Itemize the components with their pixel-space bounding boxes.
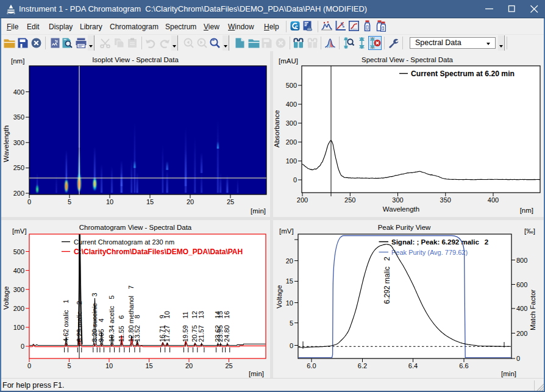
svg-text:23.95 15: 23.95 15 [216, 311, 224, 342]
svg-text:20: 20 [286, 257, 293, 265]
svg-text:10: 10 [106, 198, 113, 205]
svg-text:0: 0 [516, 355, 520, 362]
svg-text:400: 400 [13, 88, 24, 96]
svg-text:500: 500 [286, 82, 297, 89]
svg-text:24.80 16: 24.80 16 [223, 311, 230, 342]
svg-text:19.59 11: 19.59 11 [182, 312, 189, 342]
svg-text:17.27 10: 17.27 10 [163, 311, 171, 342]
svg-text:C:\ClarityChrom\DataFiles\DEMO: C:\ClarityChrom\DataFiles\DEMO_PDA\Data\… [74, 248, 243, 256]
svg-text:Match Factor: Match Factor [529, 290, 536, 330]
svg-text:5: 5 [68, 198, 71, 205]
svg-text:0: 0 [21, 343, 24, 350]
svg-text:25: 25 [225, 362, 232, 369]
svg-text:13.52 8: 13.52 8 [134, 315, 141, 342]
svg-text:100: 100 [13, 324, 24, 331]
svg-text:400: 400 [516, 305, 527, 312]
svg-text:200: 200 [13, 190, 24, 197]
svg-text:[min]: [min] [501, 370, 516, 377]
svg-text:0: 0 [293, 176, 297, 184]
svg-text:100: 100 [286, 157, 297, 165]
svg-text:[mAU]: [mAU] [279, 57, 298, 65]
svg-text:6.4: 6.4 [408, 362, 418, 369]
svg-text:Absorbance: Absorbance [273, 110, 280, 148]
svg-text:Wavelength: Wavelength [383, 205, 419, 213]
svg-text:8.20 succinic 3: 8.20 succinic 3 [91, 293, 98, 342]
svg-text:200: 200 [13, 305, 24, 312]
svg-text:10: 10 [105, 362, 113, 369]
svg-text:Chromatogram View - Spectral D: Chromatogram View - Spectral Data [79, 224, 192, 231]
svg-text:Peak Purity (Avg. 779.62): Peak Purity (Avg. 779.62) [391, 249, 468, 256]
svg-text:5: 5 [290, 319, 293, 327]
svg-text:11.55 6: 11.55 6 [118, 315, 125, 342]
svg-text:500: 500 [13, 248, 24, 255]
svg-text:300: 300 [286, 119, 297, 127]
svg-text:[mV]: [mV] [279, 227, 294, 235]
svg-text:800: 800 [516, 257, 527, 264]
svg-text:200: 200 [286, 138, 297, 146]
svg-text:4.62 oxalic 1: 4.62 oxalic 1 [62, 299, 69, 342]
svg-text:20: 20 [185, 362, 193, 369]
svg-text:300: 300 [392, 196, 403, 204]
svg-text:300: 300 [13, 139, 24, 146]
svg-text:250: 250 [13, 164, 24, 171]
svg-text:15: 15 [145, 362, 152, 369]
svg-text:400: 400 [13, 267, 24, 274]
svg-text:15: 15 [146, 198, 154, 205]
svg-text:6.2: 6.2 [358, 362, 367, 369]
svg-text:[min]: [min] [249, 370, 264, 377]
svg-text:400: 400 [488, 196, 499, 204]
svg-text:350: 350 [13, 113, 24, 121]
svg-text:0: 0 [27, 362, 31, 369]
svg-text:15: 15 [286, 277, 293, 285]
svg-text:9.05 4: 9.05 4 [98, 318, 105, 342]
svg-text:600: 600 [516, 281, 527, 288]
svg-text:350: 350 [440, 196, 451, 204]
svg-text:250: 250 [344, 196, 355, 204]
svg-text:0: 0 [27, 198, 31, 205]
svg-text:[nm]: [nm] [520, 207, 533, 214]
svg-text:Voltage: Voltage [276, 285, 283, 308]
svg-text:5: 5 [67, 362, 71, 369]
svg-text:Spectral View - Spectral Data: Spectral View - Spectral Data [362, 56, 454, 63]
svg-text:Current Chromatogram at 230 nm: Current Chromatogram at 230 nm [74, 238, 174, 246]
svg-text:[mV]: [mV] [12, 227, 27, 235]
svg-text:200: 200 [516, 330, 527, 337]
svg-text:Peak Purity View: Peak Purity View [378, 224, 431, 231]
svg-text:[min]: [min] [251, 207, 266, 215]
svg-text:Wavelength: Wavelength [2, 126, 10, 162]
svg-text:20: 20 [187, 198, 194, 205]
svg-text:Isoplot View - Spectral Data: Isoplot View - Spectral Data [92, 56, 179, 63]
svg-text:Voltage: Voltage [2, 287, 10, 310]
svg-text:Current Spectrum at 6.20 min: Current Spectrum at 6.20 min [411, 69, 515, 78]
svg-text:10.34 acetic 5: 10.34 acetic 5 [108, 296, 115, 342]
svg-text:6.0: 6.0 [307, 362, 316, 369]
svg-text:Signal: ; Peak: 6.292 malic 2: Signal: ; Peak: 6.292 malic 2 [391, 238, 488, 246]
svg-text:400: 400 [286, 101, 297, 108]
svg-text:6.6: 6.6 [459, 362, 468, 369]
svg-text:10: 10 [286, 299, 293, 307]
svg-text:300: 300 [13, 286, 24, 293]
svg-text:[‰]: [‰] [524, 227, 535, 235]
svg-text:21.57 13: 21.57 13 [198, 311, 205, 342]
svg-text:[nm]: [nm] [11, 57, 24, 65]
svg-text:0: 0 [290, 342, 293, 349]
svg-text:6.292 malic 2: 6.292 malic 2 [383, 257, 391, 304]
svg-text:200: 200 [297, 196, 308, 204]
svg-text:25: 25 [227, 198, 234, 205]
